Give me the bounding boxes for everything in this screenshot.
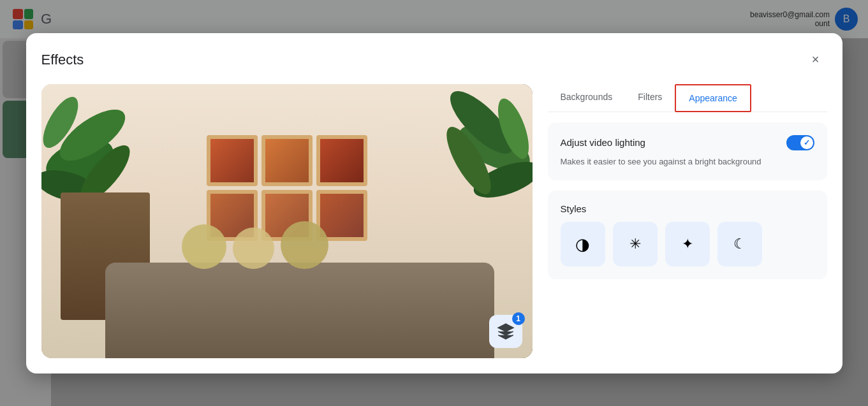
modal-header: Effects × bbox=[41, 48, 827, 71]
lighting-description: Makes it easier to see you against a bri… bbox=[561, 156, 814, 168]
style-buttons: ◑ ✳ ✦ ☾ bbox=[561, 222, 814, 266]
sofa bbox=[105, 263, 494, 358]
styles-card: Styles ◑ ✳ ✦ ☾ bbox=[548, 191, 827, 279]
right-panel: Backgrounds Filters Appearance Adjust vi… bbox=[548, 84, 827, 358]
lighting-card-row: Adjust video lighting ✓ bbox=[561, 135, 814, 150]
tab-filters[interactable]: Filters bbox=[625, 84, 675, 112]
video-background: 1 bbox=[41, 84, 533, 358]
style-subtle-icon: ✳ bbox=[629, 236, 641, 252]
cushion-1 bbox=[182, 224, 226, 269]
tab-appearance-label: Appearance bbox=[689, 93, 737, 103]
modal-title: Effects bbox=[41, 52, 84, 68]
video-preview: 1 bbox=[41, 84, 533, 358]
layers-badge-button[interactable]: 1 bbox=[489, 315, 522, 348]
modal-body: 1 Backgrounds Filters Appearance bbox=[41, 84, 827, 358]
layers-icon bbox=[497, 323, 515, 340]
picture-3 bbox=[316, 135, 367, 186]
style-dark-button[interactable]: ☾ bbox=[717, 222, 762, 266]
styles-label: Styles bbox=[561, 203, 814, 214]
style-standard-button[interactable]: ◑ bbox=[561, 222, 605, 266]
style-dark-icon: ☾ bbox=[733, 236, 746, 252]
picture-2 bbox=[261, 135, 313, 186]
style-bright-icon: ✦ bbox=[682, 236, 693, 252]
toggle-knob: ✓ bbox=[800, 136, 813, 149]
picture-1 bbox=[207, 135, 258, 186]
tab-appearance[interactable]: Appearance bbox=[675, 84, 751, 112]
close-button[interactable]: × bbox=[804, 48, 827, 71]
effects-modal: Effects × bbox=[26, 33, 842, 373]
style-bright-button[interactable]: ✦ bbox=[665, 222, 710, 266]
tab-backgrounds-label: Backgrounds bbox=[561, 92, 613, 102]
modal-backdrop: Effects × bbox=[0, 0, 868, 406]
lighting-title: Adjust video lighting bbox=[561, 137, 645, 148]
style-standard-icon: ◑ bbox=[575, 235, 590, 254]
cushion-3 bbox=[281, 221, 328, 269]
cushions bbox=[182, 224, 469, 269]
layers-badge-count: 1 bbox=[512, 312, 525, 325]
lighting-card: Adjust video lighting ✓ Makes it easier … bbox=[548, 122, 827, 181]
tab-backgrounds[interactable]: Backgrounds bbox=[548, 84, 626, 112]
lighting-toggle[interactable]: ✓ bbox=[786, 135, 814, 150]
tab-filters-label: Filters bbox=[638, 92, 662, 102]
cushion-2 bbox=[233, 228, 274, 269]
tabs-container: Backgrounds Filters Appearance bbox=[548, 84, 827, 112]
toggle-check-icon: ✓ bbox=[804, 138, 810, 147]
style-subtle-button[interactable]: ✳ bbox=[613, 222, 658, 266]
